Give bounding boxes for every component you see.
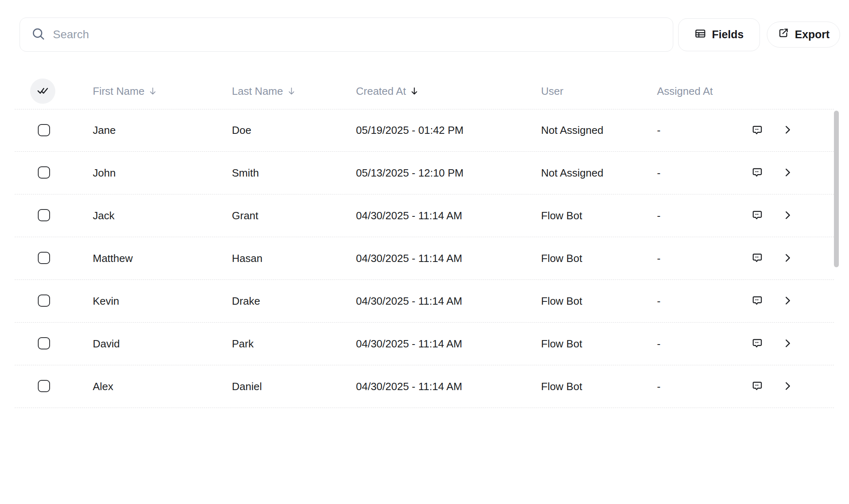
- column-header-label: User: [541, 85, 563, 98]
- chat-bubble-icon: [751, 380, 763, 393]
- assigned-at-cell: -: [657, 252, 742, 265]
- row-actions: [742, 124, 834, 137]
- column-header-label: Created At: [356, 85, 406, 98]
- column-header-created_at[interactable]: Created At: [356, 85, 541, 98]
- row-actions: [742, 166, 834, 179]
- fields-button-label: Fields: [712, 28, 744, 41]
- row-select-cell: [15, 166, 93, 179]
- column-header-user[interactable]: User: [541, 85, 657, 98]
- row-checkbox[interactable]: [38, 337, 50, 349]
- column-header-first_name[interactable]: First Name: [93, 85, 232, 98]
- chat-bubble-icon: [751, 209, 763, 222]
- open-row-button[interactable]: [782, 380, 793, 393]
- row-select-cell: [15, 252, 93, 265]
- created-at-cell: 04/30/2025 - 11:14 AM: [356, 338, 541, 350]
- created-at-cell: 05/19/2025 - 01:42 PM: [356, 124, 541, 137]
- first-name-cell: Matthew: [93, 252, 232, 265]
- row-checkbox[interactable]: [38, 166, 50, 179]
- external-link-icon: [777, 27, 789, 42]
- table-row[interactable]: Jane Doe 05/19/2025 - 01:42 PM Not Assig…: [15, 109, 834, 152]
- table-body: Jane Doe 05/19/2025 - 01:42 PM Not Assig…: [15, 109, 834, 408]
- records-table: First Name Last Name Created At User Ass…: [15, 61, 834, 408]
- column-header-label: Last Name: [232, 85, 283, 98]
- chevron-right-icon: [782, 167, 793, 179]
- assigned-at-cell: -: [657, 167, 742, 179]
- vertical-scrollbar-thumb[interactable]: [834, 111, 839, 267]
- column-header-last_name[interactable]: Last Name: [232, 85, 356, 98]
- table-row[interactable]: Jack Grant 04/30/2025 - 11:14 AM Flow Bo…: [15, 194, 834, 237]
- search-input[interactable]: [53, 28, 673, 41]
- created-at-cell: 04/30/2025 - 11:14 AM: [356, 252, 541, 265]
- select-all-button[interactable]: [30, 79, 55, 104]
- chat-bubble-icon: [751, 252, 763, 265]
- row-checkbox[interactable]: [38, 252, 50, 264]
- column-header-assigned_at[interactable]: Assigned At: [657, 85, 742, 98]
- last-name-cell: Drake: [232, 295, 356, 308]
- sort-arrow-icon: [410, 87, 419, 96]
- chevron-right-icon: [782, 338, 793, 350]
- open-row-button[interactable]: [782, 124, 793, 137]
- open-row-button[interactable]: [782, 167, 793, 179]
- sort-arrow-icon: [148, 87, 157, 96]
- open-row-button[interactable]: [782, 338, 793, 350]
- last-name-cell: Daniel: [232, 380, 356, 393]
- row-actions: [742, 380, 834, 393]
- chat-button[interactable]: [751, 209, 763, 222]
- chat-button[interactable]: [751, 252, 763, 265]
- row-actions: [742, 295, 834, 308]
- row-select-cell: [15, 209, 93, 222]
- first-name-cell: John: [93, 167, 232, 179]
- assigned-at-cell: -: [657, 124, 742, 137]
- row-select-cell: [15, 337, 93, 350]
- chat-bubble-icon: [751, 124, 763, 137]
- chevron-right-icon: [782, 252, 793, 265]
- row-select-cell: [15, 124, 93, 137]
- search-icon: [31, 27, 46, 43]
- row-checkbox[interactable]: [38, 124, 50, 136]
- chat-bubble-icon: [751, 337, 763, 350]
- row-actions: [742, 252, 834, 265]
- first-name-cell: Kevin: [93, 295, 232, 308]
- table-row[interactable]: David Park 04/30/2025 - 11:14 AM Flow Bo…: [15, 323, 834, 365]
- open-row-button[interactable]: [782, 295, 793, 308]
- chat-button[interactable]: [751, 166, 763, 179]
- row-actions: [742, 337, 834, 350]
- column-header-label: Assigned At: [657, 85, 713, 98]
- assigned-at-cell: -: [657, 295, 742, 308]
- fields-button[interactable]: Fields: [678, 18, 760, 51]
- table-header-row: First Name Last Name Created At User Ass…: [15, 61, 834, 109]
- chat-button[interactable]: [751, 380, 763, 393]
- chat-bubble-icon: [751, 295, 763, 308]
- select-all-cell: [15, 79, 93, 104]
- export-button-label: Export: [795, 28, 830, 41]
- row-actions: [742, 209, 834, 222]
- last-name-cell: Doe: [232, 124, 356, 137]
- open-row-button[interactable]: [782, 209, 793, 222]
- chat-button[interactable]: [751, 295, 763, 308]
- export-button[interactable]: Export: [767, 22, 840, 48]
- row-select-cell: [15, 380, 93, 393]
- last-name-cell: Park: [232, 338, 356, 350]
- table-row[interactable]: Matthew Hasan 04/30/2025 - 11:14 AM Flow…: [15, 237, 834, 280]
- user-cell: Flow Bot: [541, 380, 657, 393]
- chat-button[interactable]: [751, 337, 763, 350]
- table-fields-icon: [694, 28, 706, 42]
- user-cell: Not Assigned: [541, 124, 657, 137]
- last-name-cell: Grant: [232, 209, 356, 222]
- chevron-right-icon: [782, 295, 793, 308]
- row-checkbox[interactable]: [38, 295, 50, 307]
- table-row[interactable]: John Smith 05/13/2025 - 12:10 PM Not Ass…: [15, 152, 834, 194]
- column-header-label: First Name: [93, 85, 144, 98]
- row-checkbox[interactable]: [38, 380, 50, 392]
- user-cell: Flow Bot: [541, 338, 657, 350]
- row-checkbox[interactable]: [38, 209, 50, 221]
- table-row[interactable]: Kevin Drake 04/30/2025 - 11:14 AM Flow B…: [15, 280, 834, 323]
- chevron-right-icon: [782, 380, 793, 393]
- table-row[interactable]: Alex Daniel 04/30/2025 - 11:14 AM Flow B…: [15, 365, 834, 408]
- open-row-button[interactable]: [782, 252, 793, 265]
- user-cell: Flow Bot: [541, 209, 657, 222]
- chat-button[interactable]: [751, 124, 763, 137]
- search-bar: [20, 17, 673, 52]
- sort-arrow-icon: [287, 87, 296, 96]
- user-cell: Flow Bot: [541, 252, 657, 265]
